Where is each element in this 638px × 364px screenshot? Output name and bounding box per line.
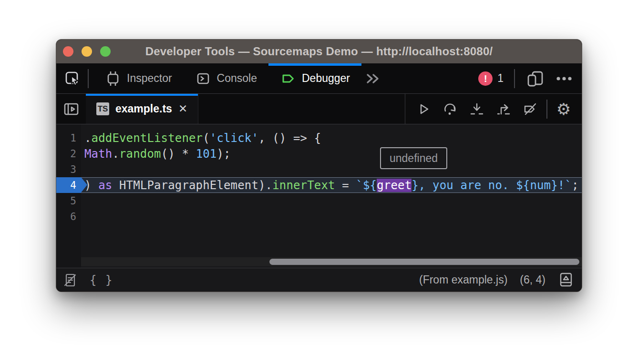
code-line-content: [81, 193, 582, 209]
footer-toggle-icon: [558, 272, 574, 289]
tab-inspector[interactable]: Inspector: [93, 63, 184, 93]
code-line-content: [81, 162, 582, 177]
debugger-settings-button[interactable]: ⚙: [550, 98, 577, 121]
pretty-print-icon: { }: [90, 273, 113, 287]
code-line-content: ) as HTMLParagraphElement).innerText = `…: [81, 177, 582, 193]
deactivate-breakpoints-icon: [522, 101, 538, 117]
footer-toggle-button[interactable]: [558, 272, 574, 289]
source-origin-note: (From example.js): [419, 273, 507, 286]
minimize-window-button[interactable]: [82, 46, 92, 57]
tab-console-label: Console: [217, 72, 257, 85]
debugger-icon: [280, 71, 296, 87]
code-token: random: [119, 147, 161, 161]
debugger-controls: ⚙: [405, 94, 582, 124]
resume-button[interactable]: [410, 98, 437, 121]
tab-debugger[interactable]: Debugger: [268, 63, 361, 93]
settings-gear-icon: ⚙: [556, 100, 571, 119]
line-number[interactable]: 3: [56, 162, 81, 177]
code-line[interactable]: 3: [56, 162, 582, 177]
error-count: 1: [497, 72, 504, 85]
step-in-icon: [469, 101, 485, 117]
line-number[interactable]: 6: [56, 209, 81, 224]
sources-panel-icon: [62, 101, 80, 117]
responsive-mode-icon: [525, 70, 545, 88]
line-number[interactable]: 5: [56, 193, 81, 209]
toolbar-right: ! 1: [478, 63, 582, 93]
code-line-content: .addEventListener('click', () => {: [81, 130, 582, 146]
code-token: , () => {: [258, 131, 321, 145]
code-token: .: [112, 147, 119, 161]
pretty-print-button[interactable]: { }: [90, 273, 113, 287]
inspector-icon: [105, 70, 121, 88]
close-window-button[interactable]: [63, 46, 73, 57]
paused-line-marker[interactable]: 4: [56, 177, 81, 193]
code-token: .: [84, 131, 92, 145]
error-icon: !: [478, 71, 493, 86]
hovered-variable-token[interactable]: greet: [377, 179, 412, 192]
scrollbar-thumb[interactable]: [269, 259, 579, 265]
source-tab-filename: example.ts: [115, 102, 172, 115]
line-number[interactable]: 2: [56, 146, 81, 162]
controls-divider: [546, 100, 547, 119]
typescript-file-icon: TS: [96, 102, 109, 115]
console-icon: [195, 71, 211, 87]
code-token: (: [203, 131, 210, 145]
more-tabs-button[interactable]: [361, 63, 384, 93]
blackbox-source-button[interactable]: [62, 272, 78, 288]
code-token: );: [216, 147, 230, 161]
footer-left: { }: [62, 272, 113, 288]
deactivate-breakpoints-button[interactable]: [517, 98, 544, 121]
more-tabs-chevron-icon: [364, 71, 381, 87]
code-lines: 1.addEventListener('click', () => {2Math…: [56, 130, 582, 224]
step-out-button[interactable]: [490, 98, 517, 121]
code-line[interactable]: 2Math.random() * 101);: [56, 146, 582, 162]
cursor-position: (6, 4): [520, 273, 545, 286]
code-line-content: Math.random() * 101);: [81, 146, 582, 162]
error-badge[interactable]: ! 1: [478, 71, 504, 86]
toolbar-divider: [514, 69, 515, 88]
source-tabbar: TS example.ts ✕: [56, 94, 582, 124]
code-token: HTMLParagraphElement: [112, 179, 258, 192]
step-over-icon: [442, 101, 458, 117]
line-number[interactable]: 1: [56, 130, 81, 146]
code-token: as: [98, 179, 112, 192]
horizontal-scrollbar[interactable]: [81, 257, 582, 266]
toolbar-divider: [88, 69, 89, 88]
code-token: 101: [196, 147, 217, 161]
step-out-icon: [495, 101, 512, 117]
code-token: innerText: [272, 179, 335, 192]
code-line[interactable]: 5: [56, 193, 582, 209]
devtools-window: Developer Tools — Sourcemaps Demo — http…: [56, 39, 582, 292]
sources-panel-toggle-button[interactable]: [56, 94, 86, 124]
meatball-menu-icon: [555, 71, 573, 87]
code-line[interactable]: 6: [56, 209, 582, 224]
code-line-content: [81, 209, 582, 224]
code-token: 'click': [210, 131, 258, 145]
devtools-toolbar: Inspector Console Debugger: [56, 63, 582, 94]
resume-icon: [415, 101, 432, 117]
code-token: ;: [572, 179, 579, 192]
code-token: ).: [258, 179, 272, 192]
footer-right: (From example.js) (6, 4): [419, 272, 574, 289]
blackbox-source-icon: [62, 272, 78, 288]
tab-inspector-label: Inspector: [127, 72, 172, 85]
close-tab-button[interactable]: ✕: [178, 103, 187, 114]
code-token: addEventListener: [92, 131, 203, 145]
devtools-menu-button[interactable]: [555, 71, 573, 87]
responsive-mode-button[interactable]: [525, 70, 545, 88]
zoom-window-button[interactable]: [100, 46, 111, 57]
code-token: }, you are no. ${num}!`: [412, 179, 572, 192]
editor-footer: { } (From example.js) (6, 4): [56, 268, 582, 292]
pick-element-button[interactable]: [62, 68, 83, 89]
traffic-lights: [63, 46, 111, 57]
code-line[interactable]: 4) as HTMLParagraphElement).innerText = …: [56, 177, 582, 193]
code-editor: 1.addEventListener('click', () => {2Math…: [56, 124, 582, 268]
code-line[interactable]: 1.addEventListener('click', () => {: [56, 130, 582, 146]
variable-preview-tooltip: undefined: [380, 147, 447, 169]
step-in-button[interactable]: [463, 98, 490, 121]
step-over-button[interactable]: [437, 98, 463, 121]
tab-console[interactable]: Console: [184, 63, 268, 93]
source-tab-example-ts[interactable]: TS example.ts ✕: [86, 94, 198, 124]
code-token: () *: [161, 147, 196, 161]
pick-element-icon: [63, 69, 82, 88]
